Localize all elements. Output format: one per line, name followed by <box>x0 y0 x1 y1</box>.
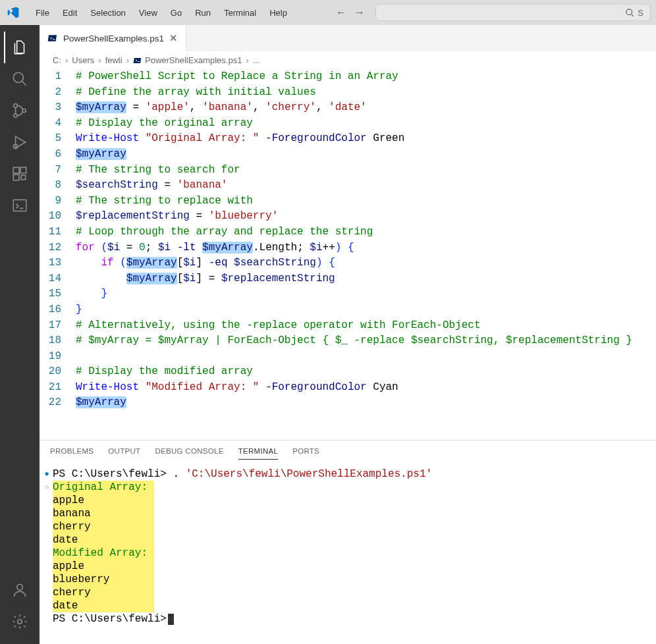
code-line[interactable]: 17# Alternatively, using the -replace op… <box>40 318 656 334</box>
code-line[interactable]: 1# PowerShell Script to Replace a String… <box>40 69 656 85</box>
menu-item-view[interactable]: View <box>132 5 164 20</box>
line-number: 18 <box>40 333 76 349</box>
code-content[interactable]: $myArray = 'apple', 'banana', 'cherry', … <box>76 100 656 116</box>
code-content[interactable]: # PowerShell Script to Replace a String … <box>76 69 656 85</box>
code-line[interactable]: 15 } <box>40 286 656 302</box>
menu-item-help[interactable]: Help <box>263 5 294 20</box>
breadcrumb-segment[interactable]: C: <box>53 55 61 65</box>
menu-item-edit[interactable]: Edit <box>56 5 84 20</box>
code-content[interactable]: if ($myArray[$i] -eq $searchString) { <box>76 255 656 271</box>
code-line[interactable]: 20# Display the modified array <box>40 364 656 380</box>
code-content[interactable]: # The string to search for <box>76 163 656 178</box>
code-content[interactable]: $replacementString = 'blueberry' <box>76 209 656 225</box>
code-content[interactable] <box>76 349 656 365</box>
code-content[interactable]: # $myArray = $myArray | ForEach-Object {… <box>76 333 656 349</box>
search-placeholder-text: S <box>638 8 643 18</box>
code-line[interactable]: 5Write-Host "Original Array: " -Foregrou… <box>40 131 656 147</box>
terminal-output-block: ○Original Array: apple banana cherry dat… <box>42 481 653 612</box>
code-line[interactable]: 9# The string to replace with <box>40 194 656 209</box>
code-content[interactable]: } <box>76 302 656 318</box>
code-line[interactable]: 11# Loop through the array and replace t… <box>40 225 656 240</box>
panel-tab-ports[interactable]: PORTS <box>292 447 319 460</box>
code-content[interactable]: $searchString = 'banana' <box>76 178 656 194</box>
code-content[interactable]: $myArray <box>76 395 656 411</box>
code-content[interactable]: # Display the original array <box>76 116 656 132</box>
menu-item-run[interactable]: Run <box>188 5 217 20</box>
powershell-file-icon <box>47 33 58 43</box>
title-bar: FileEditSelectionViewGoRunTerminalHelp ←… <box>0 0 656 25</box>
chevron-right-icon: › <box>246 55 248 65</box>
tab-powershell-examples[interactable]: PowerShellExamples.ps1 ✕ <box>40 25 186 51</box>
search-icon[interactable] <box>4 63 36 95</box>
code-line[interactable]: 2# Define the array with initial values <box>40 85 656 101</box>
panel-tab-output[interactable]: OUTPUT <box>108 447 140 460</box>
nav-forward-icon[interactable]: → <box>354 7 365 18</box>
code-content[interactable]: # Define the array with initial values <box>76 85 656 101</box>
code-line[interactable]: 21Write-Host "Modified Array: " -Foregro… <box>40 380 656 396</box>
run-debug-icon[interactable] <box>4 126 36 158</box>
bottom-panel: PROBLEMSOUTPUTDEBUG CONSOLETERMINALPORTS… <box>40 440 656 644</box>
command-center-search[interactable]: S <box>375 4 651 21</box>
line-number: 5 <box>40 131 76 147</box>
code-line[interactable]: 6$myArray <box>40 147 656 163</box>
terminal-output[interactable]: ●PS C:\Users\fewli> . 'C:\Users\fewli\Po… <box>40 460 656 644</box>
code-line[interactable]: 22$myArray <box>40 395 656 411</box>
code-line[interactable]: 13 if ($myArray[$i] -eq $searchString) { <box>40 255 656 271</box>
code-content[interactable]: # Display the modified array <box>76 364 656 380</box>
menu-item-selection[interactable]: Selection <box>84 5 132 20</box>
code-content[interactable]: Write-Host "Modified Array: " -Foregroun… <box>76 380 656 396</box>
close-icon[interactable]: ✕ <box>169 32 178 44</box>
terminal-line: PS C:\Users\fewli> <box>42 612 653 626</box>
source-control-icon[interactable] <box>4 95 36 126</box>
breadcrumb-segment[interactable]: fewli <box>105 55 123 65</box>
explorer-icon[interactable] <box>4 32 36 63</box>
code-line[interactable]: 4# Display the original array <box>40 116 656 132</box>
code-content[interactable]: # Loop through the array and replace the… <box>76 225 656 240</box>
editor-area: PowerShellExamples.ps1 ✕ C:›Users›fewli›… <box>40 25 656 644</box>
menu-item-file[interactable]: File <box>29 5 56 20</box>
panel-tab-terminal[interactable]: TERMINAL <box>238 447 279 460</box>
code-content[interactable]: Write-Host "Original Array: " -Foregroun… <box>76 131 656 147</box>
accounts-icon[interactable] <box>4 574 36 606</box>
extensions-icon[interactable] <box>4 158 36 190</box>
code-content[interactable]: for ($i = 0; $i -lt $myArray.Length; $i+… <box>76 240 656 256</box>
code-editor[interactable]: 1# PowerShell Script to Replace a String… <box>40 69 656 440</box>
code-line[interactable]: 14 $myArray[$i] = $replacementString <box>40 271 656 287</box>
panel-tab-debug-console[interactable]: DEBUG CONSOLE <box>155 447 223 460</box>
code-content[interactable]: $myArray[$i] = $replacementString <box>76 271 656 287</box>
line-number: 1 <box>40 69 76 85</box>
panel-tab-problems[interactable]: PROBLEMS <box>50 447 94 460</box>
line-number: 15 <box>40 286 76 302</box>
code-line[interactable]: 10$replacementString = 'blueberry' <box>40 209 656 225</box>
code-line[interactable]: 8$searchString = 'banana' <box>40 178 656 194</box>
code-line[interactable]: 12for ($i = 0; $i -lt $myArray.Length; $… <box>40 240 656 256</box>
vscode-logo-icon <box>5 5 21 20</box>
code-line[interactable]: 16} <box>40 302 656 318</box>
nav-back-icon[interactable]: ← <box>336 7 346 18</box>
svg-point-6 <box>22 109 26 112</box>
line-number: 13 <box>40 255 76 271</box>
main-area: PowerShellExamples.ps1 ✕ C:›Users›fewli›… <box>0 25 656 644</box>
terminal-panel-icon[interactable] <box>4 190 36 221</box>
line-number: 6 <box>40 147 76 163</box>
settings-gear-icon[interactable] <box>4 606 36 637</box>
code-line[interactable]: 19 <box>40 349 656 365</box>
svg-rect-8 <box>13 167 19 173</box>
svg-rect-12 <box>13 200 26 211</box>
breadcrumb-segment[interactable]: Users <box>72 55 94 65</box>
code-content[interactable]: $myArray <box>76 147 656 163</box>
menu-item-terminal[interactable]: Terminal <box>217 5 263 20</box>
breadcrumb-segment[interactable]: ... <box>253 55 260 65</box>
search-icon <box>625 8 635 18</box>
svg-line-3 <box>22 81 26 86</box>
breadcrumb[interactable]: C:›Users›fewli›PowerShellExamples.ps1›..… <box>40 51 656 69</box>
code-line[interactable]: 3$myArray = 'apple', 'banana', 'cherry',… <box>40 100 656 116</box>
breadcrumb-segment[interactable]: PowerShellExamples.ps1 <box>133 55 242 65</box>
code-line[interactable]: 18# $myArray = $myArray | ForEach-Object… <box>40 333 656 349</box>
menu-item-go[interactable]: Go <box>164 5 188 20</box>
svg-point-4 <box>14 104 17 107</box>
code-content[interactable]: # Alternatively, using the -replace oper… <box>76 318 656 334</box>
code-content[interactable]: } <box>76 286 656 302</box>
code-content[interactable]: # The string to replace with <box>76 194 656 209</box>
code-line[interactable]: 7# The string to search for <box>40 163 656 178</box>
